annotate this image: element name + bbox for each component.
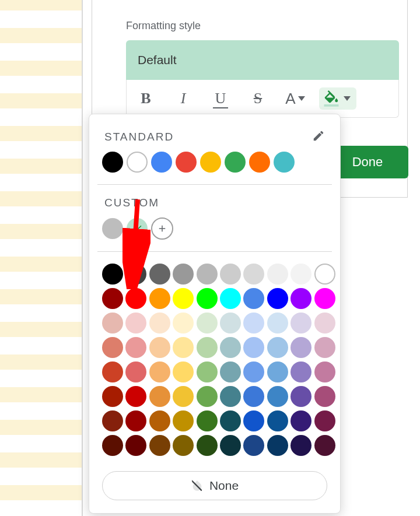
color-swatch[interactable] xyxy=(314,435,335,456)
color-swatch[interactable] xyxy=(290,410,312,431)
custom-color-swatch[interactable] xyxy=(102,218,123,239)
color-swatch[interactable] xyxy=(249,152,270,173)
color-swatch[interactable] xyxy=(290,386,312,407)
color-swatch[interactable] xyxy=(173,386,194,407)
color-swatch[interactable] xyxy=(274,152,295,173)
color-swatch[interactable] xyxy=(102,435,123,456)
color-swatch[interactable] xyxy=(173,410,194,431)
color-swatch[interactable] xyxy=(220,264,241,285)
color-swatch[interactable] xyxy=(102,410,123,431)
color-swatch[interactable] xyxy=(314,337,335,358)
color-swatch[interactable] xyxy=(225,152,246,173)
color-swatch[interactable] xyxy=(173,264,194,285)
color-swatch[interactable] xyxy=(314,386,335,407)
add-custom-color-button[interactable] xyxy=(151,217,173,240)
custom-color-swatch[interactable] xyxy=(127,218,148,239)
color-swatch[interactable] xyxy=(243,435,264,456)
color-swatch[interactable] xyxy=(243,410,264,431)
strikethrough-button[interactable]: S xyxy=(244,85,271,112)
color-swatch[interactable] xyxy=(149,288,170,309)
color-swatch[interactable] xyxy=(176,152,197,173)
color-swatch[interactable] xyxy=(102,152,123,173)
color-swatch[interactable] xyxy=(243,361,264,382)
color-swatch[interactable] xyxy=(220,337,241,358)
color-swatch[interactable] xyxy=(125,386,146,407)
color-swatch[interactable] xyxy=(243,337,264,358)
color-swatch[interactable] xyxy=(220,386,241,407)
color-swatch[interactable] xyxy=(149,361,170,382)
color-swatch[interactable] xyxy=(102,288,123,309)
color-swatch[interactable] xyxy=(151,152,172,173)
color-swatch[interactable] xyxy=(243,313,264,334)
color-swatch[interactable] xyxy=(125,288,146,309)
no-color-button[interactable]: None xyxy=(102,471,327,500)
color-swatch[interactable] xyxy=(125,410,146,431)
color-swatch[interactable] xyxy=(314,264,335,285)
color-swatch[interactable] xyxy=(173,288,194,309)
style-preview-default[interactable]: Default xyxy=(126,40,399,80)
color-swatch[interactable] xyxy=(149,337,170,358)
color-swatch[interactable] xyxy=(197,386,218,407)
color-swatch[interactable] xyxy=(197,361,218,382)
color-swatch[interactable] xyxy=(102,264,123,285)
color-swatch[interactable] xyxy=(102,361,123,382)
color-swatch[interactable] xyxy=(267,435,288,456)
color-swatch[interactable] xyxy=(173,313,194,334)
text-color-button[interactable]: A xyxy=(282,85,309,112)
color-swatch[interactable] xyxy=(102,386,123,407)
color-swatch[interactable] xyxy=(267,361,288,382)
color-swatch[interactable] xyxy=(290,264,312,285)
color-swatch[interactable] xyxy=(197,337,218,358)
color-swatch[interactable] xyxy=(267,386,288,407)
color-swatch[interactable] xyxy=(290,435,312,456)
color-swatch[interactable] xyxy=(149,410,170,431)
color-swatch[interactable] xyxy=(267,313,288,334)
color-swatch[interactable] xyxy=(220,313,241,334)
fill-color-button[interactable] xyxy=(319,87,356,110)
italic-button[interactable]: I xyxy=(170,85,197,112)
color-swatch[interactable] xyxy=(127,152,148,173)
color-swatch[interactable] xyxy=(290,288,312,309)
color-swatch[interactable] xyxy=(197,435,218,456)
color-swatch[interactable] xyxy=(200,152,221,173)
color-swatch[interactable] xyxy=(149,313,170,334)
color-swatch[interactable] xyxy=(267,288,288,309)
color-swatch[interactable] xyxy=(220,288,241,309)
color-swatch[interactable] xyxy=(290,337,312,358)
color-swatch[interactable] xyxy=(197,288,218,309)
color-swatch[interactable] xyxy=(220,361,241,382)
color-swatch[interactable] xyxy=(243,386,264,407)
color-swatch[interactable] xyxy=(173,361,194,382)
color-swatch[interactable] xyxy=(125,337,146,358)
color-swatch[interactable] xyxy=(243,264,264,285)
color-swatch[interactable] xyxy=(197,264,218,285)
color-swatch[interactable] xyxy=(197,410,218,431)
color-swatch[interactable] xyxy=(267,410,288,431)
color-swatch[interactable] xyxy=(149,264,170,285)
color-swatch[interactable] xyxy=(267,264,288,285)
underline-button[interactable]: U xyxy=(207,85,234,112)
color-swatch[interactable] xyxy=(290,313,312,334)
color-swatch[interactable] xyxy=(173,435,194,456)
pencil-icon[interactable] xyxy=(312,129,325,145)
color-swatch[interactable] xyxy=(149,435,170,456)
color-swatch[interactable] xyxy=(220,435,241,456)
color-swatch[interactable] xyxy=(125,435,146,456)
color-swatch[interactable] xyxy=(102,337,123,358)
color-swatch[interactable] xyxy=(290,361,312,382)
color-swatch[interactable] xyxy=(102,313,123,334)
color-swatch[interactable] xyxy=(197,313,218,334)
color-swatch[interactable] xyxy=(267,337,288,358)
color-swatch[interactable] xyxy=(125,264,146,285)
color-swatch[interactable] xyxy=(149,386,170,407)
color-swatch[interactable] xyxy=(173,337,194,358)
color-swatch[interactable] xyxy=(220,410,241,431)
bold-button[interactable]: B xyxy=(132,85,159,112)
color-swatch[interactable] xyxy=(314,410,335,431)
color-swatch[interactable] xyxy=(125,361,146,382)
color-swatch[interactable] xyxy=(243,288,264,309)
color-swatch[interactable] xyxy=(314,288,335,309)
color-swatch[interactable] xyxy=(125,313,146,334)
color-swatch[interactable] xyxy=(314,361,335,382)
color-swatch[interactable] xyxy=(314,313,335,334)
